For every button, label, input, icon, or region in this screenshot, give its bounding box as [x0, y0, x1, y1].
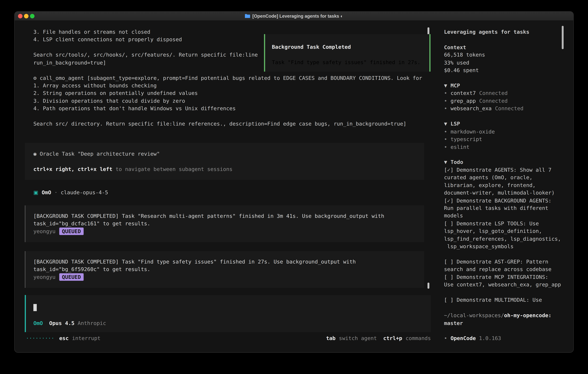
- message-text: [BACKGROUND TASK COMPLETED] Task "Resear…: [33, 212, 424, 220]
- message-meta: yeongyuQUEUED: [33, 273, 424, 281]
- status-bar: ········· esc interrupt tabswitch agent …: [26, 334, 431, 342]
- lsp-section-heading[interactable]: ▼LSP: [444, 120, 563, 128]
- tool-call-line: ⚙ call_omo_agent [subagent_type=explore,…: [33, 74, 438, 82]
- todo-item-done: [✓] Demonstrate BACKGROUND AGENTS: Run p…: [444, 197, 563, 220]
- input-agent-name: OmO: [33, 320, 43, 326]
- agent-name: OmO: [42, 189, 51, 195]
- todo-item-pending: [ ] Demonstrate MCP INTEGRATIONS: Use co…: [444, 273, 563, 289]
- agent-square-icon: ▣: [33, 189, 38, 195]
- message-author: yeongyu: [33, 274, 56, 280]
- oracle-task-title: ◉ Oracle Task "Deep architecture review": [33, 150, 424, 158]
- bullet-icon: •: [444, 105, 447, 111]
- oracle-icon: ◉: [33, 151, 37, 157]
- gear-icon: ⚙: [33, 75, 37, 81]
- lsp-item: •typescript: [444, 135, 563, 143]
- toast-title: Background Task Completed: [272, 43, 430, 51]
- chevron-down-icon: ▼: [444, 159, 447, 165]
- agent-header: ▣OmO · claude-opus-4-5: [33, 189, 438, 197]
- esc-key-hint: esc: [59, 334, 69, 342]
- context-heading: Context: [444, 43, 563, 51]
- hint-text: to navigate between subagent sessions: [112, 166, 232, 172]
- context-tokens: 66,518 tokens: [444, 51, 563, 59]
- todo-item-pending: [ ] Demonstrate AST-GREP: Pattern search…: [444, 258, 563, 273]
- app-version: •OpenCode 1.0.163: [444, 334, 563, 342]
- desktop: [OpenCode] Leveraging agents for tasks ◐…: [0, 0, 588, 374]
- lsp-item: •eslint: [444, 143, 563, 151]
- agent-separator: ·: [51, 189, 61, 195]
- message-block: [BACKGROUND TASK COMPLETED] Task "Resear…: [25, 205, 424, 242]
- zoom-button[interactable]: [30, 14, 34, 18]
- window-titlebar[interactable]: [OpenCode] Leveraging agents for tasks ◐: [15, 11, 573, 21]
- esc-key-label: interrupt: [72, 334, 101, 342]
- window-controls: [18, 11, 34, 20]
- context-spent: $0.46 spent: [444, 66, 563, 74]
- agent-model: claude-opus-4-5: [61, 189, 108, 195]
- message-block: [BACKGROUND TASK COMPLETED] Task "Find t…: [25, 251, 424, 288]
- message-meta: yeongyuQUEUED: [33, 228, 424, 235]
- session-title: Leveraging agents for tasks: [444, 28, 563, 36]
- bullet-icon: •: [444, 128, 447, 134]
- workspace-branch: master: [444, 319, 563, 327]
- window-title: [OpenCode] Leveraging agents for tasks ◐: [252, 13, 343, 19]
- input-provider: Anthropic: [74, 320, 106, 326]
- tool-call-closing: Search src/ directory. Return specific f…: [33, 120, 438, 128]
- input-model-name: Opus 4.5: [43, 320, 74, 326]
- oracle-nav-hint: ctrl+x right, ctrl+x left to navigate be…: [33, 166, 424, 173]
- session-sidebar: Leveraging agents for tasks Context 66,5…: [438, 21, 574, 353]
- toast-body: Task "Find type safety issues" finished …: [272, 58, 430, 66]
- message-text: task_id="bg_6f59260c" to get results.: [33, 266, 424, 273]
- todo-item-done: [✓] Demonstrate AGENTS: Show all 7 curat…: [444, 166, 563, 197]
- status-badge: QUEUED: [59, 273, 84, 281]
- bullet-icon: •: [444, 335, 447, 341]
- tool-call-item: 3. Division operations that could divide…: [33, 97, 438, 105]
- hint-keys: ctrl+x right, ctrl+x left: [33, 166, 112, 172]
- chevron-down-icon: ▼: [444, 121, 447, 127]
- status-badge: QUEUED: [59, 228, 84, 235]
- oracle-task-panel: ◉ Oracle Task "Deep architecture review"…: [25, 143, 424, 180]
- window-title-group: [OpenCode] Leveraging agents for tasks ◐: [245, 13, 343, 19]
- bullet-icon: •: [444, 144, 447, 150]
- message-author: yeongyu: [33, 228, 56, 234]
- chat-scrollbar-thumb-lower[interactable]: [428, 283, 430, 289]
- input-model-line: OmO Opus 4.5 Anthropic: [33, 319, 106, 327]
- folder-icon: [245, 14, 250, 18]
- mcp-item: •websearch_exaConnected: [444, 105, 563, 112]
- bullet-icon: •: [444, 136, 447, 142]
- mcp-item: •context7Connected: [444, 89, 563, 97]
- toast-notification: Background Task Completed Task "Find typ…: [264, 34, 430, 72]
- chevron-down-icon: ▼: [444, 83, 447, 88]
- close-button[interactable]: [18, 14, 22, 18]
- todo-section-heading[interactable]: ▼Todo: [444, 158, 563, 166]
- mcp-item: •grep_appConnected: [444, 97, 563, 105]
- todo-item-active: [ ] Demonstrate LSP TOOLS: Use lsp_hover…: [444, 219, 563, 250]
- bullet-icon: •: [444, 90, 447, 96]
- tab-key-label: switch agent: [339, 335, 377, 341]
- text-cursor: [33, 304, 37, 311]
- mcp-section-heading[interactable]: ▼MCP: [444, 82, 563, 89]
- minimize-button[interactable]: [24, 14, 29, 18]
- workspace-path: ~/local-workspaces/oh-my-opencode:: [444, 312, 563, 319]
- lsp-item: •markdown-oxide: [444, 128, 563, 135]
- todo-item-pending: [ ] Demonstrate MULTIMODAL: Use: [444, 296, 563, 304]
- ctrlp-key-hint: ctrl+p: [383, 335, 402, 341]
- bullet-icon: •: [444, 98, 447, 104]
- spinner-dots: ·········: [26, 334, 54, 342]
- tool-call-item: 1. Array access without bounds checking: [33, 82, 438, 89]
- tool-call-text: call_omo_agent [subagent_type=explore, p…: [40, 75, 422, 81]
- tab-key-hint: tab: [326, 335, 336, 341]
- tool-call-item: 4. Path operations that don't handle Win…: [33, 105, 438, 112]
- ctrlp-key-label: commands: [406, 335, 431, 341]
- prompt-input[interactable]: OmO Opus 4.5 Anthropic: [25, 295, 431, 332]
- message-text: task_id="bg_dcfac161" to get results.: [33, 220, 424, 228]
- context-used: 33% used: [444, 59, 563, 66]
- tool-call-item: 2. String operations on potentially unde…: [33, 89, 438, 97]
- message-text: [BACKGROUND TASK COMPLETED] Task "Find t…: [33, 258, 424, 266]
- opencode-window: [OpenCode] Leveraging agents for tasks ◐…: [14, 11, 574, 353]
